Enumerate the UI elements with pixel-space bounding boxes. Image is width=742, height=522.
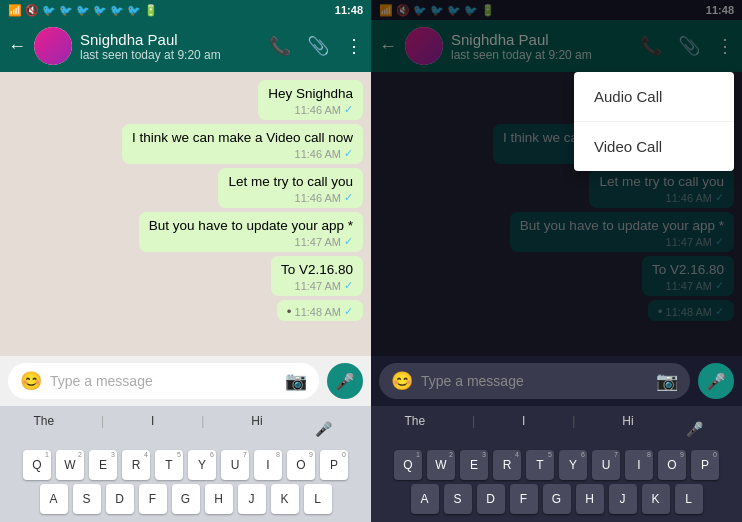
- message-time-2-left: 11:46 AM: [295, 148, 341, 160]
- dropdown-menu: Audio Call Video Call: [574, 72, 734, 171]
- message-2-left: I think we can make a Video call now 11:…: [122, 124, 363, 164]
- keyboard-mic-left[interactable]: 🎤: [310, 414, 338, 444]
- key-l-left[interactable]: L: [304, 484, 332, 514]
- key-f-right[interactable]: F: [510, 484, 538, 514]
- dropdown-audio-call[interactable]: Audio Call: [574, 72, 734, 122]
- key-a-left[interactable]: A: [40, 484, 68, 514]
- key-y-right[interactable]: Y6: [559, 450, 587, 480]
- key-s-right[interactable]: S: [444, 484, 472, 514]
- avatar-left: [34, 27, 72, 65]
- key-j-left[interactable]: J: [238, 484, 266, 514]
- key-w-right[interactable]: W2: [427, 450, 455, 480]
- tick-5-left: ✓: [344, 279, 353, 292]
- more-icon-left[interactable]: ⋮: [345, 35, 363, 57]
- message-meta-2-left: 11:46 AM ✓: [132, 147, 353, 160]
- key-q-right[interactable]: Q1: [394, 450, 422, 480]
- keyboard-mic-right[interactable]: 🎤: [681, 414, 709, 444]
- emoji-icon-right[interactable]: 😊: [391, 370, 413, 392]
- suggestion-1-left[interactable]: The: [33, 414, 54, 444]
- key-e-left[interactable]: E3: [89, 450, 117, 480]
- contact-name-left: Snighdha Paul: [80, 31, 261, 48]
- key-j-right[interactable]: J: [609, 484, 637, 514]
- message-3-left: Let me try to call you 11:46 AM ✓: [218, 168, 363, 208]
- header-icons-left: 📞 📎 ⋮: [269, 35, 363, 57]
- key-u-left[interactable]: U7: [221, 450, 249, 480]
- suggestion-1-right[interactable]: The: [404, 414, 425, 444]
- key-y-left[interactable]: Y6: [188, 450, 216, 480]
- input-box-right: 😊 Type a message 📷: [379, 363, 690, 399]
- key-k-right[interactable]: K: [642, 484, 670, 514]
- left-panel: 📶 🔇 🐦 🐦 🐦 🐦 🐦 🐦 🔋 11:48 ← Snighdha Paul …: [0, 0, 371, 522]
- attach-icon-left[interactable]: 📎: [307, 35, 329, 57]
- suggestion-divider-1-right: |: [472, 414, 475, 444]
- message-text-3-left: Let me try to call you: [228, 174, 353, 189]
- key-g-left[interactable]: G: [172, 484, 200, 514]
- key-d-right[interactable]: D: [477, 484, 505, 514]
- key-t-right[interactable]: T5: [526, 450, 554, 480]
- keyboard-row1-left: Q1 W2 E3 R4 T5 Y6 U7 I8 O9 P0: [2, 450, 369, 480]
- suggestion-2-left[interactable]: I: [151, 414, 154, 444]
- key-t-left[interactable]: T5: [155, 450, 183, 480]
- key-g-right[interactable]: G: [543, 484, 571, 514]
- key-s-left[interactable]: S: [73, 484, 101, 514]
- key-i-left[interactable]: I8: [254, 450, 282, 480]
- key-r-right[interactable]: R4: [493, 450, 521, 480]
- keyboard-row2-right: A S D F G H J K L: [373, 484, 740, 514]
- status-icons-left: 📶 🔇 🐦 🐦 🐦 🐦 🐦 🐦 🔋: [8, 4, 158, 17]
- key-l-right[interactable]: L: [675, 484, 703, 514]
- mic-button-left[interactable]: 🎤: [327, 363, 363, 399]
- camera-icon-left[interactable]: 📷: [285, 370, 307, 392]
- right-panel: 📶 🔇 🐦 🐦 🐦 🐦 🔋 11:48 ← Snighdha Paul last…: [371, 0, 742, 522]
- suggestion-3-left[interactable]: Hi: [251, 414, 262, 444]
- message-meta-3-left: 11:46 AM ✓: [228, 191, 353, 204]
- emoji-icon-left[interactable]: 😊: [20, 370, 42, 392]
- message-meta-4-left: 11:47 AM ✓: [149, 235, 353, 248]
- back-button-left[interactable]: ←: [8, 36, 26, 57]
- key-d-left[interactable]: D: [106, 484, 134, 514]
- message-time-3-left: 11:46 AM: [295, 192, 341, 204]
- call-icon-left[interactable]: 📞: [269, 35, 291, 57]
- camera-icon-right[interactable]: 📷: [656, 370, 678, 392]
- tick-3-left: ✓: [344, 191, 353, 204]
- key-p-right[interactable]: P0: [691, 450, 719, 480]
- dropdown-video-call[interactable]: Video Call: [574, 122, 734, 171]
- tick-2-left: ✓: [344, 147, 353, 160]
- keyboard-right: The | I | Hi 🎤 Q1 W2 E3 R4 T5 Y6 U7 I8 O…: [371, 406, 742, 522]
- message-text-2-left: I think we can make a Video call now: [132, 130, 353, 145]
- key-u-right[interactable]: U7: [592, 450, 620, 480]
- key-o-right[interactable]: O9: [658, 450, 686, 480]
- key-p-left[interactable]: P0: [320, 450, 348, 480]
- suggestion-divider-2-right: |: [572, 414, 575, 444]
- key-a-right[interactable]: A: [411, 484, 439, 514]
- key-f-left[interactable]: F: [139, 484, 167, 514]
- key-r-left[interactable]: R4: [122, 450, 150, 480]
- key-h-right[interactable]: H: [576, 484, 604, 514]
- key-h-left[interactable]: H: [205, 484, 233, 514]
- message-text-5-left: To V2.16.80: [281, 262, 353, 277]
- message-6-left: • 11:48 AM ✓: [277, 300, 363, 321]
- tick-6-left: ✓: [344, 305, 353, 318]
- message-4-left: But you have to update your app * 11:47 …: [139, 212, 363, 252]
- mic-button-right[interactable]: 🎤: [698, 363, 734, 399]
- input-placeholder-right[interactable]: Type a message: [421, 373, 648, 389]
- key-w-left[interactable]: W2: [56, 450, 84, 480]
- key-suggestions-right: The | I | Hi 🎤: [373, 410, 740, 448]
- dot-left: •: [287, 304, 292, 319]
- key-k-left[interactable]: K: [271, 484, 299, 514]
- key-e-right[interactable]: E3: [460, 450, 488, 480]
- tick-4-left: ✓: [344, 235, 353, 248]
- message-meta-6-left: • 11:48 AM ✓: [287, 304, 353, 319]
- message-meta-5-left: 11:47 AM ✓: [281, 279, 353, 292]
- input-area-right: 😊 Type a message 📷 🎤: [371, 356, 742, 406]
- contact-status-left: last seen today at 9:20 am: [80, 48, 261, 62]
- input-box-left: 😊 Type a message 📷: [8, 363, 319, 399]
- suggestion-2-right[interactable]: I: [522, 414, 525, 444]
- keyboard-left: The | I | Hi 🎤 Q1 W2 E3 R4 T5 Y6 U7 I8 O…: [0, 406, 371, 522]
- key-i-right[interactable]: I8: [625, 450, 653, 480]
- suggestion-3-right[interactable]: Hi: [622, 414, 633, 444]
- input-placeholder-left[interactable]: Type a message: [50, 373, 277, 389]
- tick-1-left: ✓: [344, 103, 353, 116]
- key-q-left[interactable]: Q1: [23, 450, 51, 480]
- key-o-left[interactable]: O9: [287, 450, 315, 480]
- suggestion-divider-1-left: |: [101, 414, 104, 444]
